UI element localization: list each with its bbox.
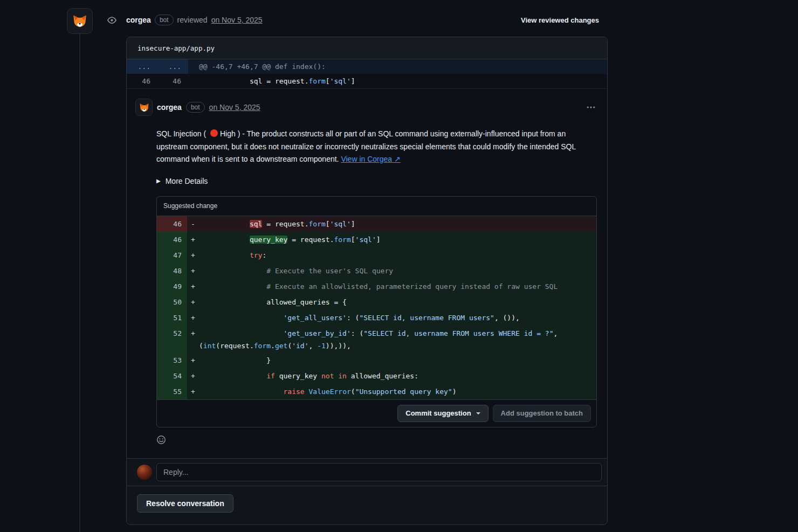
code-token: ( (351, 388, 355, 396)
reply-section (127, 458, 607, 486)
suggestion-line-number: 50 (157, 294, 187, 310)
dropdown-caret-icon (476, 412, 480, 414)
suggestion-line-number: 46 (157, 232, 187, 247)
code-token: if (266, 372, 275, 380)
suggestion-code: try: (199, 247, 596, 263)
commit-suggestion-button[interactable]: Commit suggestion (397, 405, 488, 422)
suggestion-line-number: 53 (157, 353, 187, 368)
suggestion-code: sql = request.form['sql'] (199, 216, 596, 232)
suggestion-line-number: 54 (157, 368, 187, 384)
resolve-conversation-button[interactable]: Resolve conversation (137, 494, 233, 513)
comment-header: corgea bot on Nov 5, 2025 (127, 99, 607, 116)
comment-date-link[interactable]: on Nov 5, 2025 (209, 103, 260, 112)
diff-sign: + (187, 279, 199, 294)
reviewer-avatar[interactable] (67, 8, 93, 34)
code-token: query_key (275, 372, 321, 380)
suggestion-code: 'get_user_by_id': ("SELECT id, username … (199, 326, 596, 341)
bot-badge: bot (155, 15, 174, 25)
code-token: 'get_user_by_id' (284, 329, 351, 337)
code-token: 'get_all_users' (284, 314, 347, 322)
suggestion-title: Suggested change (157, 197, 596, 216)
diff-sign (187, 341, 199, 353)
diff-sign: + (187, 326, 199, 341)
suggestion-line-54: 54+ if query_key not in allowed_queries: (157, 368, 596, 384)
code-token (199, 236, 250, 244)
resolve-section: Resolve conversation (127, 486, 607, 524)
code-token: = request. (262, 220, 308, 228)
suggestion-line-53: 53+ } (157, 353, 596, 368)
emoji-reaction-button[interactable] (156, 435, 166, 446)
view-reviewed-changes-link[interactable]: View reviewed changes (521, 16, 599, 24)
comment-body: SQL Injection ( High ) - The product con… (156, 128, 585, 166)
reply-input[interactable] (156, 463, 602, 481)
review-header: corgea bot reviewed on Nov 5, 2025 (126, 15, 263, 25)
code-token (199, 329, 284, 337)
suggestion-code: # Execute an allowlisted, parameterized … (199, 279, 596, 294)
code-token: "SELECT id, username FROM users" (359, 314, 494, 322)
file-header: insecure-app/app.py (127, 37, 607, 59)
code-token: : ( (347, 314, 359, 322)
code-token (199, 388, 284, 396)
code-token: [ (326, 77, 330, 85)
timeline-thread-line (79, 11, 80, 532)
suggestion-line-number: 48 (157, 263, 187, 279)
view-in-corgea-link[interactable]: View in Corgea ↗ (341, 155, 400, 163)
high-severity-dot-icon (210, 129, 218, 137)
code-token: ValueError (309, 388, 351, 396)
comment-bot-badge: bot (186, 102, 205, 113)
reviewer-name[interactable]: corgea (126, 16, 151, 24)
suggestion-line-number (157, 341, 187, 353)
code-token: (request. (216, 342, 253, 350)
suggestion-line-46: 46+ query_key = request.form['sql'] (157, 232, 596, 247)
review-action-text: reviewed (177, 16, 208, 24)
smiley-icon (156, 435, 166, 445)
suggestion-line-number: 51 (157, 310, 187, 326)
suggestion-line-number: 49 (157, 279, 187, 294)
old-line-number[interactable]: 46 (127, 74, 157, 88)
code-token: ) (452, 388, 457, 396)
current-user-avatar (137, 465, 152, 480)
code-token: ( (199, 342, 203, 350)
suggestion-code: (int(request.form.get('id', -1)),)), (199, 341, 596, 353)
comment-author-avatar[interactable] (135, 99, 153, 116)
code-token: # Execute an allowlisted, parameterized … (266, 282, 558, 291)
comment-author-name[interactable]: corgea (157, 103, 182, 112)
diff-code: @@ -46,7 +46,7 @@ def index(): (188, 59, 607, 74)
suggestion-diff: 46- sql = request.form['sql']46+ query_k… (157, 216, 596, 399)
code-token (199, 220, 250, 228)
suggestion-code: query_key = request.form['sql'] (199, 232, 596, 247)
corgea-fox-logo-icon (138, 101, 150, 114)
suggestion-line-number: 52 (157, 326, 187, 341)
more-details-label: More Details (166, 177, 208, 185)
code-token: 'sql' (330, 77, 351, 85)
diff-sign: + (187, 294, 199, 310)
more-details-toggle[interactable]: ▶ More Details (156, 177, 208, 185)
view-in-corgea-label: View in Corgea (341, 155, 392, 163)
add-suggestion-to-batch-button[interactable]: Add suggestion to batch (493, 405, 591, 422)
code-token: int (203, 342, 216, 350)
disclosure-triangle-icon: ▶ (156, 178, 161, 184)
code-token: @@ -46,7 +46,7 @@ def index(): (199, 63, 326, 71)
code-token: : (262, 251, 266, 259)
new-line-number[interactable]: 46 (157, 74, 188, 88)
external-link-arrow-icon: ↗ (394, 155, 401, 163)
suggestion-line-55: 55+ raise ValueError("Unsupported query … (157, 384, 596, 399)
suggestion-line-number: 55 (157, 384, 187, 399)
commit-suggestion-label: Commit suggestion (405, 409, 471, 417)
code-token: sql = request. (199, 77, 309, 85)
code-token: = request. (287, 236, 334, 244)
code-token: sql (250, 220, 262, 228)
diff-code: sql = request.form['sql'] (188, 74, 607, 88)
suggestion-line-number: 46 (157, 216, 187, 232)
suggestion-code: 'get_all_users': ("SELECT id, username F… (199, 310, 596, 326)
review-date-link[interactable]: on Nov 5, 2025 (211, 16, 263, 24)
suggestion-code: raise ValueError("Unsupported query key"… (199, 384, 596, 399)
new-line-number: ... (157, 59, 188, 74)
code-token: : ( (351, 329, 363, 337)
old-line-number: ... (127, 59, 157, 74)
suggestion-line-number: 47 (157, 247, 187, 263)
kebab-menu-icon[interactable] (587, 103, 595, 112)
code-token: , (309, 342, 318, 350)
file-path[interactable]: insecure-app/app.py (137, 44, 215, 52)
diff-sign: + (187, 368, 199, 384)
